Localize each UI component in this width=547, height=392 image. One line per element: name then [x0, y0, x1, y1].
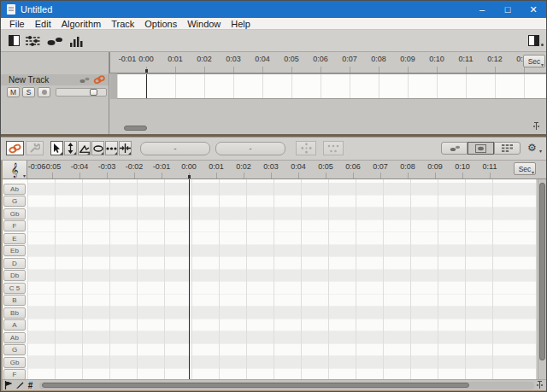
- ruler-tickmark: [524, 67, 525, 73]
- note-row-stripe[interactable]: [27, 220, 536, 232]
- note-row-stripe[interactable]: [27, 356, 536, 368]
- note-key-D[interactable]: D: [3, 258, 26, 269]
- note-key-Gb[interactable]: Gb: [3, 208, 26, 219]
- note-key-C5[interactable]: C 5: [3, 283, 26, 294]
- arrangement-playhead[interactable]: [146, 74, 147, 98]
- snap-pitch-button[interactable]: [296, 141, 316, 155]
- note-grid[interactable]: AbGGbFEEbDDbC 5BBbAAbGGbFE: [3, 179, 536, 379]
- note-row-stripe[interactable]: [27, 295, 536, 307]
- clef-selector[interactable]: 𝄞 ▾: [3, 161, 27, 179]
- editor-ruler-tickmark: [353, 173, 354, 178]
- note-key-E[interactable]: E: [3, 233, 26, 244]
- menu-item-window[interactable]: Window: [182, 18, 226, 30]
- view-mode-grid[interactable]: [494, 142, 521, 155]
- blob-frame-view-icon: [475, 144, 486, 153]
- track-name[interactable]: New Track: [9, 75, 49, 85]
- settings-dropdown-arrow[interactable]: ▾: [539, 148, 542, 154]
- editor-hscroll-thumb[interactable]: [42, 383, 469, 388]
- note-row-stripe[interactable]: [27, 232, 536, 244]
- time-grid-combo[interactable]: -: [215, 142, 285, 155]
- maximize-button[interactable]: □: [495, 1, 521, 18]
- note-key-A[interactable]: A: [3, 319, 26, 331]
- tool-vibrato[interactable]: [78, 141, 91, 155]
- editor-ruler-tickmark: [216, 173, 217, 178]
- view-mode-notes[interactable]: [441, 142, 468, 155]
- close-button[interactable]: ✕: [521, 1, 546, 18]
- ruler-playhead-marker: [145, 69, 148, 73]
- editor-gridline: [27, 179, 28, 379]
- sharp-icon[interactable]: #: [25, 381, 36, 390]
- note-row-stripe[interactable]: [27, 196, 536, 208]
- tool-separate[interactable]: [119, 141, 132, 155]
- marker-flag-icon[interactable]: [3, 381, 14, 390]
- pitch-grid-combo[interactable]: -: [140, 142, 210, 155]
- minimize-button[interactable]: –: [469, 1, 495, 18]
- editor-ruler-unit-button[interactable]: Sec▾: [514, 162, 536, 175]
- histogram-icon[interactable]: [69, 35, 85, 47]
- note-key-Db[interactable]: Db: [3, 270, 26, 281]
- view-mode-blob-frame[interactable]: [468, 142, 494, 155]
- track-lane[interactable]: [118, 73, 547, 99]
- arrangement-hscroll-thumb[interactable]: [124, 126, 147, 131]
- note-row-stripe[interactable]: [27, 344, 536, 356]
- note-key-B[interactable]: B: [3, 295, 26, 306]
- note-row-stripe[interactable]: [27, 282, 536, 294]
- editor-playhead[interactable]: [189, 179, 190, 379]
- editor-gridline: [191, 179, 192, 379]
- editor-ruler-tick: 0:07: [368, 162, 393, 171]
- note-key-F[interactable]: F: [3, 220, 26, 231]
- top-ruler-unit-button[interactable]: Sec▾: [523, 55, 545, 67]
- note-row-stripe[interactable]: [27, 245, 536, 257]
- note-key-Ab[interactable]: Ab: [3, 332, 26, 343]
- menu-item-edit[interactable]: Edit: [30, 18, 56, 30]
- pencil-icon[interactable]: [14, 381, 25, 390]
- note-key-F[interactable]: F: [3, 369, 26, 379]
- menu-item-track[interactable]: Track: [106, 18, 139, 30]
- settings-gear-icon[interactable]: ⚙: [527, 142, 537, 154]
- note-blobs-icon[interactable]: [47, 37, 64, 46]
- panel-resize-grip[interactable]: [531, 121, 542, 131]
- menu-item-file[interactable]: File: [4, 18, 30, 30]
- note-row-stripe[interactable]: [27, 257, 536, 269]
- wrench-button[interactable]: [26, 141, 44, 155]
- editor-resize-grip[interactable]: [534, 380, 545, 389]
- track-volume-slider[interactable]: [56, 88, 107, 97]
- note-row-stripe[interactable]: [27, 319, 536, 331]
- menu-item-help[interactable]: Help: [226, 18, 256, 30]
- solo-button[interactable]: S: [22, 87, 35, 97]
- track-volume-handle[interactable]: [90, 89, 97, 96]
- note-row-stripe[interactable]: [27, 369, 536, 380]
- note-row-stripe[interactable]: [27, 331, 536, 343]
- editor-vscroll-thumb[interactable]: [539, 183, 545, 360]
- record-arm-button[interactable]: [38, 87, 50, 97]
- editor-hscrollbar[interactable]: [39, 382, 534, 389]
- window-layout-icon[interactable]: [9, 35, 20, 46]
- note-key-G[interactable]: G: [3, 196, 26, 207]
- note-row-stripe[interactable]: [27, 307, 536, 319]
- note-row-stripe[interactable]: [27, 208, 536, 219]
- menu-item-options[interactable]: Options: [139, 18, 182, 30]
- editor-vscrollbar[interactable]: [538, 179, 546, 379]
- tool-arrow[interactable]: [50, 141, 63, 155]
- tool-formant[interactable]: [91, 141, 104, 155]
- track-blob-icon[interactable]: [79, 77, 90, 84]
- mixer-icon[interactable]: [25, 35, 42, 47]
- note-key-Bb[interactable]: Bb: [3, 307, 26, 319]
- link-mode-button[interactable]: [6, 141, 24, 155]
- note-row-stripe[interactable]: [27, 270, 536, 282]
- track-header[interactable]: New Track M S: [1, 52, 109, 134]
- note-row-stripe[interactable]: [27, 183, 536, 195]
- editor-ruler-tick: 0:08: [395, 162, 421, 171]
- mute-button[interactable]: M: [7, 87, 20, 97]
- tool-timing[interactable]: [105, 141, 118, 155]
- editor-ruler[interactable]: -0:06-0:05-0:04-0:03-0:02-0:010:000:010:…: [27, 161, 546, 179]
- track-link-icon[interactable]: [93, 75, 105, 85]
- note-key-Gb[interactable]: Gb: [3, 357, 26, 368]
- note-key-Ab[interactable]: Ab: [3, 184, 26, 195]
- sidebar-toggle-icon[interactable]: [528, 35, 539, 46]
- snap-time-button[interactable]: [323, 141, 344, 155]
- menu-item-algorithm[interactable]: Algorithm: [56, 18, 106, 30]
- note-key-G[interactable]: G: [3, 344, 26, 355]
- tool-pitch[interactable]: [64, 141, 77, 155]
- note-key-Eb[interactable]: Eb: [3, 245, 26, 256]
